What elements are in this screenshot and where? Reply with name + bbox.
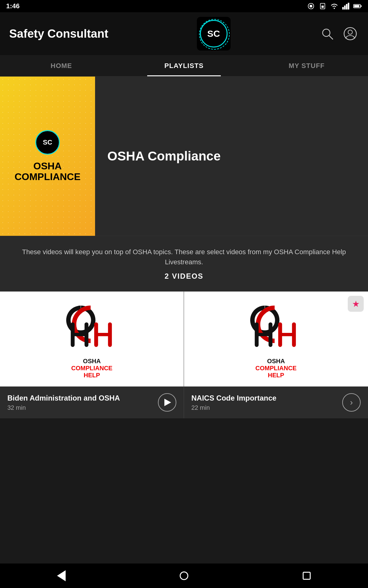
search-icon [320, 27, 334, 40]
recents-button[interactable] [297, 567, 316, 585]
video-duration-2: 22 min [191, 404, 337, 411]
logo-text: SC [207, 28, 220, 39]
osha-logo-1: OSHA COMPLIANCE HELP [64, 300, 120, 379]
header-actions [319, 25, 359, 42]
tab-mystuff[interactable]: MY STUFF [245, 55, 368, 76]
video-title-1: Biden Administration and OSHA [7, 394, 153, 402]
status-bar: 1:46 [0, 0, 368, 12]
video-text-2: NAICS Code Importance 22 min [191, 394, 337, 411]
back-icon [57, 570, 66, 581]
thumbnail-dots [0, 77, 95, 236]
playlist-hero: SC OSHACOMPLIANCE OSHA Compliance [0, 77, 368, 236]
profile-button[interactable] [342, 25, 359, 42]
home-button[interactable] [175, 567, 193, 585]
nav-tabs: HOME PLAYLISTS MY STUFF [0, 55, 368, 77]
content-spacer [0, 418, 368, 565]
tab-home[interactable]: HOME [0, 55, 123, 76]
status-time: 1:46 [6, 2, 20, 10]
wifi-icon [330, 2, 339, 10]
play-button-2[interactable]: › [342, 393, 361, 412]
playlist-thumbnail: SC OSHACOMPLIANCE [0, 77, 95, 236]
pocket-icon [307, 2, 315, 10]
playlist-description: These videos will keep you on top of OSH… [0, 236, 368, 291]
favorite-button-2[interactable]: ★ [348, 296, 364, 312]
signal-icon [342, 2, 350, 10]
osha-logo-2: OSHA COMPLIANCE HELP [248, 300, 304, 379]
video-info-2: NAICS Code Importance 22 min › [184, 386, 368, 418]
app-title: Safety Consultant [9, 27, 108, 40]
header: Safety Consultant SC [0, 12, 368, 55]
svg-point-1 [309, 5, 312, 7]
chevron-right-icon: › [350, 398, 353, 407]
recents-icon [303, 572, 311, 580]
home-icon [180, 571, 188, 580]
svg-rect-3 [321, 6, 324, 8]
battery-icon [353, 2, 362, 10]
svg-line-13 [329, 36, 333, 39]
video-thumbnail-2: ★ OSHA COMPLIANCE HELP [184, 292, 368, 386]
play-button-1[interactable] [158, 393, 176, 412]
osha-logo-label-1: OSHA COMPLIANCE HELP [71, 358, 112, 379]
video-card-2[interactable]: ★ OSHA COMPLIANCE HELP [184, 292, 368, 418]
svg-rect-6 [344, 6, 346, 9]
bottom-nav-bar [0, 564, 368, 588]
app-logo: SC [197, 17, 231, 51]
tab-playlists[interactable]: PLAYLISTS [123, 55, 245, 76]
playlist-count: 2 VIDEOS [9, 272, 359, 281]
svg-rect-11 [354, 5, 359, 7]
videos-grid: OSHA COMPLIANCE HELP Biden Administratio… [0, 291, 368, 418]
osha-logo-label-2: OSHA COMPLIANCE HELP [255, 358, 297, 379]
playlist-thumb-title: OSHACOMPLIANCE [14, 161, 80, 182]
svg-point-15 [348, 30, 352, 34]
play-arrow-1 [164, 399, 171, 406]
svg-rect-10 [361, 5, 362, 7]
search-button[interactable] [319, 25, 336, 42]
svg-rect-8 [348, 3, 349, 9]
back-button[interactable] [52, 567, 71, 585]
playlist-info: OSHA Compliance [95, 149, 368, 164]
playlist-thumb-logo: SC [35, 130, 60, 155]
video-thumbnail-1: OSHA COMPLIANCE HELP [0, 292, 184, 386]
playlist-title: OSHA Compliance [107, 149, 356, 164]
video-text-1: Biden Administration and OSHA 32 min [7, 394, 153, 411]
svg-point-4 [334, 8, 335, 9]
sim-icon [318, 2, 327, 10]
video-duration-1: 32 min [7, 404, 153, 411]
video-info-1: Biden Administration and OSHA 32 min [0, 386, 184, 418]
status-icons [307, 2, 362, 10]
svg-rect-7 [346, 4, 347, 9]
video-title-2: NAICS Code Importance [191, 394, 337, 402]
playlist-desc-text: These videos will keep you on top of OSH… [9, 247, 359, 267]
video-card-1[interactable]: OSHA COMPLIANCE HELP Biden Administratio… [0, 292, 184, 418]
logo-circle: SC [200, 20, 228, 47]
svg-rect-5 [342, 7, 344, 9]
star-icon: ★ [352, 299, 360, 309]
profile-icon [343, 27, 357, 40]
